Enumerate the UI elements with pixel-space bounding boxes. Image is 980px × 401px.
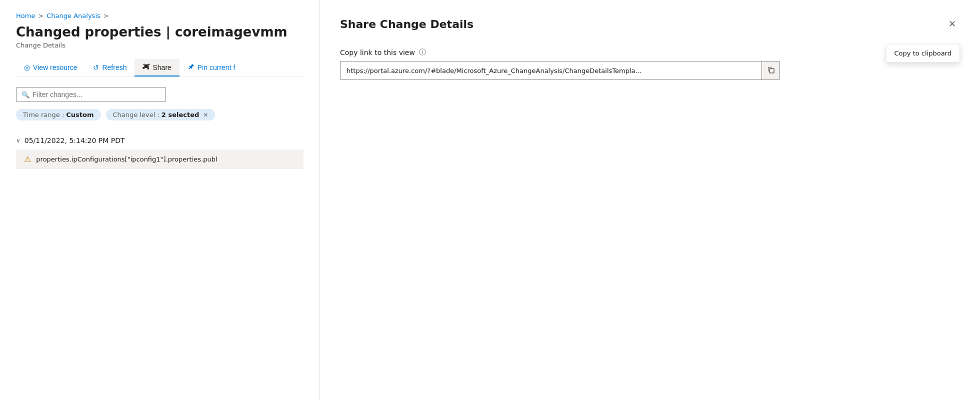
search-icon: 🔍 (22, 91, 30, 98)
page-title: Changed properties | coreimagevmm (16, 24, 304, 40)
url-input[interactable] (340, 63, 762, 78)
pin-icon (188, 63, 194, 72)
search-box: 🔍 (16, 87, 166, 102)
pin-button[interactable]: Pin current f (180, 59, 243, 76)
info-icon[interactable]: ⓘ (419, 48, 426, 57)
close-icon: ✕ (948, 18, 956, 30)
change-level-value: 2 selected (162, 111, 199, 118)
view-resource-icon: ◎ (24, 64, 30, 72)
copy-link-section: Copy link to this view ⓘ Copy to clipboa… (340, 48, 960, 80)
filters-row: Time range : Custom Change level : 2 sel… (16, 109, 304, 120)
change-level-close-icon[interactable]: ✕ (203, 112, 208, 118)
svg-rect-0 (770, 68, 774, 73)
change-group-header[interactable]: ∨ 05/11/2022, 5:14:20 PM PDT (16, 132, 304, 148)
close-dialog-button[interactable]: ✕ (944, 16, 960, 32)
change-item-text: properties.ipConfigurations["ipconfig1"]… (36, 156, 217, 163)
time-range-filter[interactable]: Time range : Custom (16, 109, 101, 120)
refresh-icon: ↺ (93, 64, 99, 72)
change-group: ∨ 05/11/2022, 5:14:20 PM PDT ⚠ propertie… (16, 132, 304, 169)
copy-link-label: Copy link to this view ⓘ (340, 48, 960, 57)
copy-to-clipboard-button[interactable] (762, 62, 780, 80)
share-icon (142, 63, 150, 72)
breadcrumb-change-analysis[interactable]: Change Analysis (46, 12, 100, 20)
breadcrumb-home[interactable]: Home (16, 12, 35, 20)
page-subtitle: Change Details (16, 42, 304, 49)
change-item[interactable]: ⚠ properties.ipConfigurations["ipconfig1… (16, 150, 304, 169)
left-panel: Home > Change Analysis > Changed propert… (0, 0, 320, 401)
dialog-header: Share Change Details ✕ (340, 16, 960, 32)
time-range-value: Custom (66, 111, 94, 118)
url-container (340, 61, 780, 80)
share-dialog-panel: Share Change Details ✕ Copy link to this… (320, 0, 980, 401)
breadcrumb-sep2: > (104, 12, 109, 20)
breadcrumb: Home > Change Analysis > (16, 12, 304, 20)
dialog-title: Share Change Details (340, 18, 474, 30)
copy-icon (767, 66, 775, 76)
view-resource-button[interactable]: ◎ View resource (16, 60, 85, 76)
change-level-label: Change level : (113, 111, 160, 118)
time-range-label: Time range : (23, 111, 64, 118)
warning-icon: ⚠ (24, 154, 31, 164)
change-group-timestamp: 05/11/2022, 5:14:20 PM PDT (24, 136, 125, 144)
copy-tooltip: Copy to clipboard (886, 44, 960, 62)
chevron-down-icon: ∨ (16, 137, 20, 144)
change-level-filter[interactable]: Change level : 2 selected ✕ (106, 109, 216, 120)
toolbar: ◎ View resource ↺ Refresh Share Pin curr… (16, 59, 304, 77)
share-button[interactable]: Share (134, 59, 179, 76)
refresh-button[interactable]: ↺ Refresh (85, 60, 134, 76)
breadcrumb-sep1: > (38, 12, 44, 20)
search-input[interactable] (32, 90, 160, 98)
